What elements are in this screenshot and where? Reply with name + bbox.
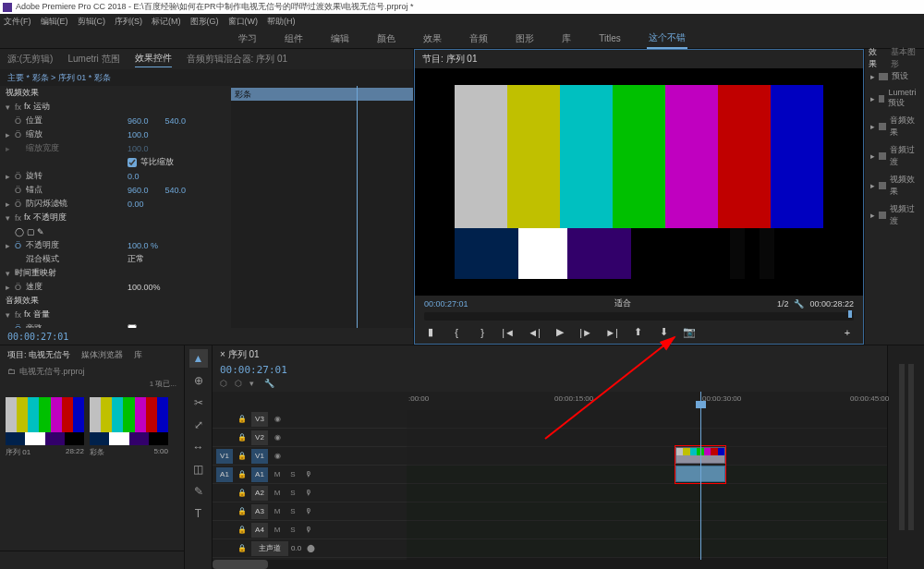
program-fit-dropdown[interactable]: 适合	[614, 297, 631, 309]
val-position-y[interactable]: 540.0	[165, 116, 187, 126]
mark-out-button[interactable]: }	[476, 326, 489, 339]
program-resolution[interactable]: 1/2	[777, 299, 789, 309]
fx-opacity[interactable]: fx 不透明度	[24, 212, 67, 224]
menu-window[interactable]: 窗口(W)	[228, 16, 259, 28]
ripple-edit-tool[interactable]: ✂	[189, 393, 208, 412]
linked-selection-icon[interactable]: ⬡	[235, 379, 246, 390]
val-position-x[interactable]: 960.0	[128, 116, 149, 126]
effects-audio-trans[interactable]: ▸音频过渡	[865, 141, 924, 171]
workspace-titles[interactable]: Titles	[597, 30, 623, 46]
prop-blend[interactable]: 混合模式	[26, 253, 128, 265]
menu-bar[interactable]: 文件(F) 编辑(E) 剪辑(C) 序列(S) 标记(M) 图形(G) 窗口(W…	[0, 14, 924, 29]
razor-tool[interactable]: ⤢	[189, 416, 208, 434]
workspace-color[interactable]: 颜色	[375, 30, 397, 48]
prop-antiflicker[interactable]: 防闪烁滤镜	[26, 198, 128, 210]
menu-clip[interactable]: 剪辑(C)	[78, 16, 106, 28]
settings-icon[interactable]: 🔧	[264, 379, 275, 390]
ec-clip-bar[interactable]: 彩条	[231, 88, 413, 101]
val-rotation[interactable]: 0.0	[128, 172, 140, 181]
val-blend[interactable]: 正常	[128, 253, 144, 265]
tab-media-browser[interactable]: 媒体浏览器	[81, 349, 123, 361]
prop-rotation[interactable]: 旋转	[26, 170, 128, 182]
menu-edit[interactable]: 编辑(E)	[41, 16, 68, 28]
wrench-icon[interactable]: 🔧	[794, 299, 804, 309]
slip-tool[interactable]: ↔	[189, 438, 208, 456]
val-anchor-x[interactable]: 960.0	[128, 186, 149, 195]
bin-bars[interactable]: 彩条5:00	[90, 397, 168, 459]
timeline-tab[interactable]: × 序列 01	[213, 345, 887, 364]
tab-essential-graphics[interactable]: 基本图形	[891, 46, 920, 70]
workspace-effects[interactable]: 效果	[421, 30, 444, 48]
timeline-zoom-scrollbar[interactable]	[213, 560, 827, 569]
export-frame-button[interactable]: 📷	[683, 326, 696, 339]
val-anchor-y[interactable]: 540.0	[165, 186, 187, 195]
selection-tool[interactable]: ▲	[189, 349, 208, 368]
fx-timeremap[interactable]: 时间重映射	[15, 267, 56, 279]
program-monitor[interactable]	[415, 68, 863, 296]
ec-playhead[interactable]	[357, 86, 358, 328]
prop-opacity[interactable]: 不透明度	[26, 239, 128, 251]
tab-audio-mixer[interactable]: 音频剪辑混合器: 序列 01	[187, 53, 287, 66]
go-to-out-button[interactable]: ►|	[605, 326, 618, 339]
program-playhead-marker[interactable]	[848, 310, 852, 318]
button-editor-plus[interactable]: +	[841, 326, 854, 339]
prop-scale[interactable]: 缩放	[26, 128, 128, 140]
add-marker-button[interactable]: ▮	[424, 326, 437, 339]
workspace-assembly[interactable]: 组件	[283, 30, 305, 48]
menu-file[interactable]: 文件(F)	[4, 16, 31, 28]
go-to-in-button[interactable]: |◄	[502, 326, 515, 339]
lift-button[interactable]: ⬆	[631, 326, 644, 339]
track-v2[interactable]: 🔒V2◉	[213, 429, 407, 447]
menu-graphics[interactable]: 图形(G)	[190, 16, 219, 28]
effects-audio-fx[interactable]: ▸音频效果	[865, 112, 924, 141]
tab-lumetri-scopes[interactable]: Lumetri 范围	[67, 53, 119, 66]
track-a2[interactable]: 🔒A2MS🎙	[213, 484, 407, 502]
project-path[interactable]: 电视无信号.prproj	[19, 366, 85, 378]
effects-lumetri[interactable]: ▸Lumetri 预设	[865, 85, 924, 112]
step-forward-button[interactable]: |►	[579, 326, 592, 339]
hand-tool[interactable]: ✎	[189, 482, 208, 501]
ec-keyframe-area[interactable]: 00:00:25:00 彩条	[231, 86, 413, 328]
prop-speed[interactable]: 速度	[26, 281, 128, 293]
step-back-button[interactable]: ◄|	[528, 326, 541, 339]
track-a1[interactable]: A1🔒A1MS🎙	[213, 466, 407, 484]
val-opacity[interactable]: 100.0 %	[128, 241, 158, 250]
bin-sequence[interactable]: 序列 0128:22	[6, 397, 84, 459]
val-antiflicker[interactable]: 0.00	[128, 200, 144, 209]
timeline-ruler[interactable]: :00:00 00:00:15:00 00:00:30:00 00:00:45:…	[407, 392, 887, 410]
effects-video-fx[interactable]: ▸视频效果	[865, 171, 924, 200]
val-scale[interactable]: 100.0	[128, 130, 149, 139]
prop-position[interactable]: 位置	[26, 115, 128, 127]
ec-timecode[interactable]: 00:00:27:01	[0, 328, 413, 345]
tab-source[interactable]: 源:(无剪辑)	[7, 53, 53, 66]
workspace-library[interactable]: 库	[560, 30, 573, 48]
menu-help[interactable]: 帮助(H)	[267, 16, 296, 28]
tab-effects[interactable]: 效果	[869, 46, 883, 70]
tab-effect-controls[interactable]: 效果控件	[135, 52, 172, 67]
zoom-thumb[interactable]	[213, 560, 268, 569]
timeline-tracks[interactable]: :00:00 00:00:15:00 00:00:30:00 00:00:45:…	[407, 392, 887, 569]
tab-library[interactable]: 库	[134, 349, 142, 361]
project-bins[interactable]: 序列 0128:22 彩条5:00	[0, 392, 184, 551]
fx-motion[interactable]: fx 运动	[24, 101, 225, 113]
checkbox-uniform-scale[interactable]	[128, 158, 137, 167]
ec-properties[interactable]: 视频效果 ▾fxfx 运动 Ö位置960.0540.0 ▸Ö缩放100.0 ▸缩…	[0, 86, 231, 328]
track-v1[interactable]: V1🔒V1◉	[213, 447, 407, 466]
track-master[interactable]: 🔒主声道0.0⬤	[213, 539, 407, 558]
val-speed[interactable]: 100.00%	[128, 283, 161, 292]
program-scrubber[interactable]	[424, 312, 854, 321]
workspace-editing[interactable]: 编辑	[329, 30, 351, 48]
fx-volume[interactable]: fx 音量	[24, 309, 50, 321]
mark-in-button[interactable]: {	[450, 326, 463, 339]
pen-tool[interactable]: ◫	[189, 460, 208, 478]
project-toolbar[interactable]	[0, 551, 184, 569]
tab-project[interactable]: 项目: 电视无信号	[7, 349, 70, 361]
timeline-timecode[interactable]: 00:00:27:01	[213, 364, 887, 379]
workspace-learn[interactable]: 学习	[237, 30, 259, 48]
workspace-audio[interactable]: 音频	[468, 30, 490, 48]
play-button[interactable]: ▶	[553, 326, 566, 339]
track-v3[interactable]: 🔒V3◉	[213, 410, 407, 429]
menu-sequence[interactable]: 序列(S)	[115, 16, 142, 28]
menu-marker[interactable]: 标记(M)	[152, 16, 181, 28]
extract-button[interactable]: ⬇	[657, 326, 670, 339]
